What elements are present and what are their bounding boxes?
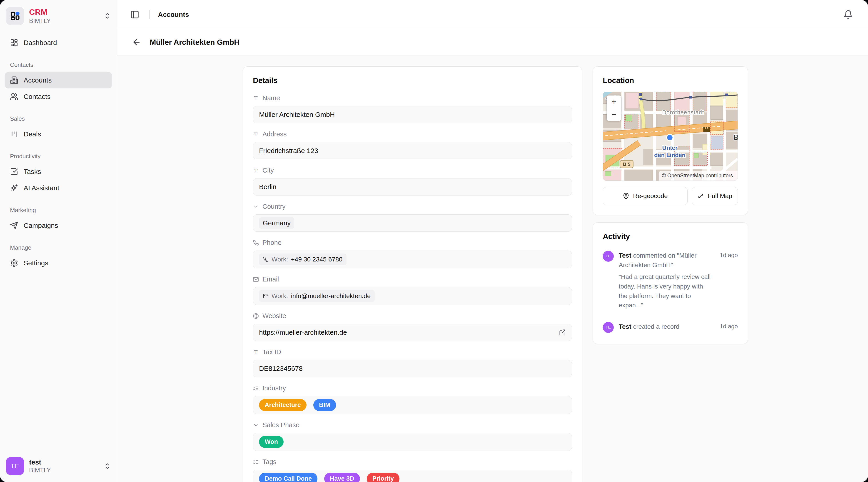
osm-attribution-link[interactable]: © OpenStreetMap — [662, 173, 704, 179]
website-input[interactable]: https://mueller-architekten.de — [253, 324, 572, 341]
location-actions: Re-geocode Full Map — [603, 187, 738, 205]
activity-timestamp: 1d ago — [720, 322, 738, 333]
activity-avatar: TE — [603, 322, 614, 333]
sidebar: CRM BIMTLY Dashboard Contacts Accounts C… — [0, 0, 117, 482]
sidebar-item-accounts[interactable]: Accounts — [5, 72, 112, 88]
country-value: Germany — [259, 217, 294, 229]
notifications-button[interactable] — [842, 8, 855, 21]
record-titlebar: Müller Architekten GmbH — [117, 29, 868, 56]
map-street-label-line2: den Linden — [654, 152, 686, 158]
external-link-icon[interactable] — [559, 329, 566, 336]
app-window: CRM BIMTLY Dashboard Contacts Accounts C… — [0, 0, 868, 482]
map-marker[interactable] — [667, 134, 673, 141]
activity-item: TE Test created a record 1d ago — [603, 322, 738, 333]
field-label: Phone — [253, 239, 572, 246]
activity-avatar: TE — [603, 251, 614, 262]
activity-text: Test commented on "Müller Architekten Gm… — [619, 251, 712, 310]
activity-actor: Test — [619, 323, 631, 330]
road-badge: B 5 — [620, 160, 633, 168]
email-type-label: Work: — [272, 292, 288, 300]
phone-input[interactable]: Work: +49 30 2345 6780 — [253, 250, 572, 268]
castle-poi-icon — [703, 127, 710, 132]
content-area: Details T Name Müller Architekten GmbH T — [117, 56, 868, 482]
field-website: Website https://mueller-architekten.de — [253, 312, 572, 341]
map[interactable]: B 5 Reichsta Dorotheenstadt Be Unter den… — [603, 92, 738, 181]
field-industry: Industry Architecture BIM — [253, 385, 572, 414]
svg-text:T: T — [254, 168, 257, 174]
industry-tag[interactable]: Architecture — [259, 399, 307, 411]
details-card: Details T Name Müller Architekten GmbH T — [243, 66, 582, 482]
sales-phase-tag[interactable]: Won — [259, 436, 284, 448]
user-labels: test BIMTLY — [29, 458, 51, 474]
sidebar-nav: Dashboard Contacts Accounts Contacts Sal… — [4, 28, 113, 455]
record-tag[interactable]: Demo Call Done — [259, 473, 317, 482]
list-checks-icon — [253, 385, 259, 391]
field-phone: Phone Work: +49 30 2345 6780 — [253, 239, 572, 268]
tags-multiselect[interactable]: Demo Call Done Have 3D Priority — [253, 470, 572, 482]
map-street-label-line1: Unter — [662, 145, 678, 151]
activity-heading: Activity — [603, 232, 738, 241]
text-type-icon: T — [253, 168, 259, 174]
check-square-icon — [10, 168, 18, 176]
user-menu[interactable]: TE test BIMTLY — [4, 455, 113, 478]
list-checks-icon — [253, 459, 259, 465]
record-tag[interactable]: Priority — [367, 473, 400, 482]
country-select[interactable]: Germany — [253, 214, 572, 232]
sidebar-item-deals[interactable]: Deals — [5, 126, 112, 142]
field-label: Email — [253, 276, 572, 283]
city-input[interactable]: Berlin — [253, 178, 572, 195]
sidebar-toggle-button[interactable] — [128, 8, 141, 21]
email-address: info@mueller-architekten.de — [291, 292, 371, 300]
sidebar-item-settings[interactable]: Settings — [5, 255, 112, 271]
layout-dashboard-icon — [10, 39, 18, 47]
sidebar-item-label: Deals — [24, 130, 41, 138]
field-address: T Address Friedrichstraße 123 — [253, 130, 572, 159]
sidebar-item-dashboard[interactable]: Dashboard — [5, 35, 112, 51]
sidebar-item-label: Accounts — [24, 77, 52, 84]
map-city-label: Be — [734, 133, 738, 142]
industry-tag[interactable]: BIM — [313, 399, 336, 411]
sidebar-item-label: Tasks — [24, 168, 41, 176]
arrow-left-icon — [132, 38, 141, 47]
field-city: T City Berlin — [253, 167, 572, 195]
user-avatar: TE — [6, 457, 24, 475]
zoom-in-button[interactable]: + — [607, 95, 621, 108]
zoom-out-button[interactable]: − — [607, 108, 621, 121]
tax-id-input[interactable]: DE812345678 — [253, 360, 572, 377]
field-label: T Name — [253, 94, 572, 102]
activity-timestamp: 1d ago — [720, 251, 738, 310]
sales-phase-select[interactable]: Won — [253, 433, 572, 451]
kanban-icon — [10, 130, 18, 138]
map-canvas: B 5 Reichsta Dorotheenstadt Be Unter den… — [603, 92, 738, 181]
user-org: BIMTLY — [29, 467, 51, 474]
map-district-label: Dorotheenstadt — [662, 109, 704, 116]
chevron-down-icon — [253, 204, 259, 210]
record-tag[interactable]: Have 3D — [324, 473, 360, 482]
sidebar-item-tasks[interactable]: Tasks — [5, 163, 112, 180]
industry-multiselect[interactable]: Architecture BIM — [253, 396, 572, 414]
back-button[interactable] — [130, 36, 143, 49]
full-map-button[interactable]: Full Map — [692, 187, 738, 205]
email-input[interactable]: Work: info@mueller-architekten.de — [253, 287, 572, 305]
user-name: test — [29, 458, 51, 466]
app-logo — [6, 7, 24, 25]
workspace-switcher[interactable]: CRM BIMTLY — [4, 4, 113, 28]
sidebar-item-campaigns[interactable]: Campaigns — [5, 217, 112, 234]
svg-text:T: T — [254, 131, 257, 137]
sidebar-item-ai-assistant[interactable]: AI Assistant — [5, 180, 112, 196]
website-url: https://mueller-architekten.de — [259, 329, 347, 336]
activity-card: Activity TE Test commented on "Müller Ar… — [593, 222, 748, 344]
regeocode-button[interactable]: Re-geocode — [603, 187, 688, 205]
mail-icon — [253, 276, 259, 282]
address-input[interactable]: Friedrichstraße 123 — [253, 142, 572, 159]
name-input[interactable]: Müller Architekten GmbH — [253, 106, 572, 123]
sidebar-section-productivity: Productivity — [5, 153, 112, 160]
text-type-icon: T — [253, 131, 259, 137]
sidebar-item-label: AI Assistant — [24, 184, 59, 192]
sidebar-section-manage: Manage — [5, 244, 112, 251]
field-label: Website — [253, 312, 572, 320]
sidebar-item-contacts[interactable]: Contacts — [5, 88, 112, 105]
activity-text: Test created a record — [619, 322, 712, 333]
field-label: Tags — [253, 458, 572, 465]
svg-text:T: T — [254, 349, 257, 355]
